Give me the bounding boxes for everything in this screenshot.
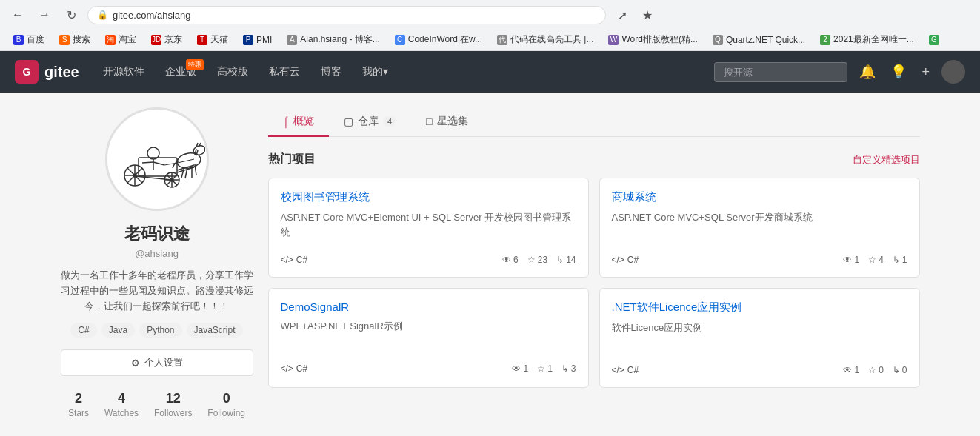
taobao-favicon: 淘: [105, 35, 116, 45]
svg-line-28: [153, 162, 164, 165]
lock-icon: 🔒: [97, 10, 108, 20]
section-title: 热门项目: [268, 152, 316, 167]
bookmark-codeinword[interactable]: C CodeInWord|在w...: [389, 31, 488, 48]
2021-favicon: 2: [820, 35, 830, 45]
tab-overview-label: 概览: [293, 115, 314, 128]
customize-action[interactable]: 自定义精选项目: [853, 153, 920, 167]
views-3: 👁 1: [843, 365, 859, 375]
project-card-2[interactable]: DemoSignalR WPF+ASP.NET SignalR示例 </> C#…: [268, 288, 589, 388]
avatar-image: [109, 122, 205, 196]
bookmark-baidu[interactable]: B 百度: [7, 31, 50, 48]
project-footer-2: </> C# 👁 1 ☆ 1 ↳: [281, 363, 576, 374]
forks-0: ↳ 14: [556, 255, 576, 265]
user-avatar-header[interactable]: [941, 60, 965, 84]
bookmark-word[interactable]: W Word排版教程(精...: [602, 31, 703, 48]
highlight-favicon: 代: [497, 35, 507, 45]
forks-1: ↳ 1: [893, 255, 907, 265]
stars-3: ☆ 0: [868, 365, 884, 375]
gitee-nav: 开源软件 企业版 特惠 高校版 私有云 博客 我的▾: [94, 61, 700, 83]
repos-badge: 4: [383, 116, 396, 127]
stat-stars[interactable]: 2 Stars: [68, 391, 89, 418]
settings-label: 个人设置: [144, 356, 183, 369]
project-footer-3: </> C# 👁 1 ☆ 0 ↳: [612, 365, 907, 375]
forward-button[interactable]: →: [34, 4, 55, 25]
avatar-container: [61, 107, 253, 211]
code-icon-1: </>: [612, 255, 624, 265]
project-name-2[interactable]: DemoSignalR: [281, 301, 576, 313]
bookmark-button[interactable]: ★: [637, 4, 658, 25]
word-favicon: W: [608, 35, 619, 45]
project-footer-1: </> C# 👁 1 ☆ 4 ↳: [612, 255, 907, 265]
tag-java: Java: [101, 323, 135, 338]
user-handle: @ahsiang: [61, 248, 253, 259]
views-0: 👁 6: [502, 255, 519, 265]
stat-watches[interactable]: 4 Watches: [104, 391, 139, 418]
stat-following[interactable]: 0 Following: [207, 391, 245, 418]
repos-icon: ▢: [344, 115, 353, 127]
project-card-3[interactable]: .NET软件Licence应用实例 软件Licence应用实例 </> C# 👁…: [599, 288, 920, 388]
bookmark-code-highlight[interactable]: 代 代码在线高亮工具 |...: [491, 31, 599, 48]
svg-line-21: [185, 167, 187, 178]
refresh-button[interactable]: ↻: [61, 4, 81, 25]
nav-opensource[interactable]: 开源软件: [94, 61, 153, 83]
bookmark-quartz[interactable]: Q Quartz.NET Quick...: [707, 33, 811, 47]
code-icon-3: </>: [612, 365, 624, 375]
project-name-1[interactable]: 商城系统: [612, 190, 907, 204]
nav-university[interactable]: 高校版: [208, 61, 257, 83]
project-desc-1: ASP.NET Core MVC+SQL Server开发商城系统: [612, 210, 907, 240]
tab-starred[interactable]: □ 星选集: [411, 107, 482, 137]
stat-followers[interactable]: 12 Followers: [154, 391, 192, 418]
bookmark-pmi[interactable]: P PMI: [237, 33, 278, 47]
fork-icon-0: ↳: [556, 255, 564, 265]
tabs: ⌠ 概览 ▢ 仓库 4 □ 星选集: [268, 107, 920, 137]
project-card-1[interactable]: 商城系统 ASP.NET Core MVC+SQL Server开发商城系统 <…: [599, 178, 920, 278]
project-stats-3: 👁 1 ☆ 0 ↳ 0: [843, 365, 907, 375]
bell-icon[interactable]: 🔔: [856, 61, 879, 83]
bookmark-alan[interactable]: A Alan.hsiang - 博客...: [281, 31, 385, 48]
nav-private-cloud[interactable]: 私有云: [260, 61, 309, 83]
nav-blog[interactable]: 博客: [312, 61, 350, 83]
watches-label: Watches: [104, 408, 139, 418]
lamp-icon[interactable]: 💡: [887, 61, 910, 83]
back-button[interactable]: ←: [7, 4, 28, 25]
browser-toolbar: ← → ↻ 🔒 gitee.com/ahsiang ➚ ★: [0, 0, 980, 30]
project-name-3[interactable]: .NET软件Licence应用实例: [612, 301, 907, 315]
settings-button[interactable]: ⚙ 个人设置: [61, 349, 253, 376]
project-stats-0: 👁 6 ☆ 23 ↳ 14: [502, 255, 576, 265]
pmi-favicon: P: [243, 35, 253, 45]
plus-icon[interactable]: +: [919, 61, 933, 83]
project-card-0[interactable]: 校园图书管理系统 ASP.NET Core MVC+Element UI + S…: [268, 178, 589, 278]
header-right: 🔔 💡 +: [714, 60, 965, 84]
project-stats-2: 👁 1 ☆ 1 ↳ 3: [512, 363, 576, 374]
gitee-logo[interactable]: G gitee: [15, 60, 79, 84]
project-desc-3: 软件Licence应用实例: [612, 321, 907, 350]
bookmark-jd[interactable]: JD 京东: [145, 31, 188, 48]
search-input[interactable]: [714, 62, 847, 82]
nav-mine[interactable]: 我的▾: [353, 61, 397, 83]
tab-repos[interactable]: ▢ 仓库 4: [329, 107, 411, 137]
tag-csharp: C#: [70, 323, 96, 338]
quartz-favicon: Q: [713, 35, 723, 45]
browser-chrome: ← → ↻ 🔒 gitee.com/ahsiang ➚ ★ B 百度 S 搜索 …: [0, 0, 980, 51]
forks-2: ↳ 3: [561, 363, 576, 374]
stars-1: ☆ 4: [868, 255, 884, 265]
bookmark-2021[interactable]: 2 2021最新全网唯一...: [814, 31, 920, 48]
star-icon-3: ☆: [868, 365, 876, 375]
tab-overview[interactable]: ⌠ 概览: [268, 107, 329, 137]
gitee-header: G gitee 开源软件 企业版 特惠 高校版 私有云 博客 我的▾ 🔔 💡 +: [0, 51, 980, 93]
bookmark-taobao[interactable]: 淘 淘宝: [99, 31, 142, 48]
url-text: gitee.com/ahsiang: [113, 10, 596, 21]
left-sidebar: 老码识途 @ahsiang 做为一名工作十多年的老程序员，分享工作学习过程中的一…: [61, 107, 253, 433]
gear-icon: ⚙: [131, 358, 140, 369]
fork-icon-2: ↳: [561, 363, 569, 374]
bookmark-g[interactable]: G: [923, 33, 945, 47]
avatar-circle: [105, 107, 209, 211]
address-bar[interactable]: 🔒 gitee.com/ahsiang: [87, 6, 606, 24]
project-lang-0: </> C#: [281, 255, 308, 265]
nav-enterprise[interactable]: 企业版 特惠: [156, 61, 205, 83]
bookmark-search[interactable]: S 搜索: [53, 31, 96, 48]
bookmark-tianmao[interactable]: T 天猫: [191, 31, 234, 48]
share-button[interactable]: ➚: [612, 4, 633, 25]
project-name-0[interactable]: 校园图书管理系统: [281, 190, 576, 204]
project-lang-2: </> C#: [281, 363, 308, 374]
